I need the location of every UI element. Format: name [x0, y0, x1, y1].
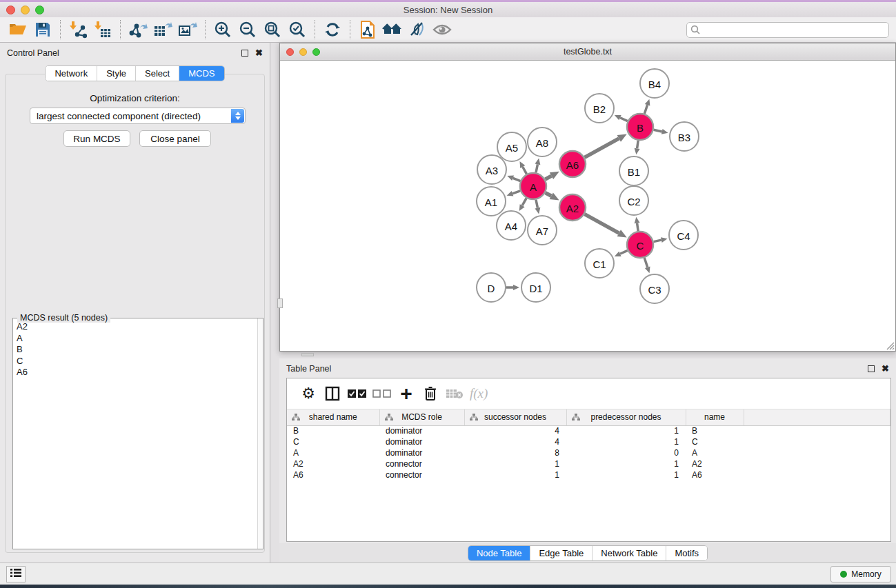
graph-edge[interactable]: [536, 200, 537, 208]
hide-graphics-details-icon[interactable]: [405, 19, 430, 41]
table-cell[interactable]: A6: [287, 469, 379, 480]
close-panel-icon[interactable]: ✖: [255, 50, 263, 57]
zoom-fit-icon[interactable]: [260, 19, 285, 41]
table-header-row[interactable]: shared name MCDS role successor nodes pr…: [287, 409, 890, 425]
table-cell[interactable]: B: [686, 425, 744, 436]
table-row[interactable]: Adominator80A: [287, 447, 890, 458]
result-scrollbar[interactable]: [257, 318, 263, 549]
graph-edge[interactable]: [545, 176, 551, 179]
column-header-mcds-role[interactable]: MCDS role: [379, 409, 464, 425]
tab-select[interactable]: Select: [136, 66, 179, 81]
table-cell[interactable]: 1: [464, 469, 566, 480]
table-cell[interactable]: A6: [686, 469, 744, 480]
eye-icon[interactable]: [430, 19, 455, 41]
table-cell[interactable]: 1: [566, 458, 686, 469]
table-cell[interactable]: 1: [464, 458, 566, 469]
zoom-selected-icon[interactable]: [285, 19, 310, 41]
graph-edge[interactable]: [523, 167, 527, 174]
table-cell[interactable]: dominator: [379, 425, 464, 436]
show-panels-button[interactable]: [6, 566, 26, 582]
column-header-shared-name[interactable]: shared name: [287, 409, 379, 425]
delete-table-icon[interactable]: [446, 383, 464, 404]
graph-edge[interactable]: [536, 164, 537, 172]
mcds-result-item[interactable]: A2: [14, 321, 257, 333]
table-cell[interactable]: 4: [464, 425, 566, 436]
tab-network[interactable]: Network: [46, 66, 97, 81]
table-cell[interactable]: 4: [464, 436, 566, 447]
graph-edge[interactable]: [546, 193, 552, 196]
zoom-in-icon[interactable]: [210, 19, 235, 41]
graph-edge[interactable]: [513, 178, 521, 181]
save-session-icon[interactable]: [30, 19, 55, 41]
import-network-icon[interactable]: [66, 19, 90, 41]
graph-edge[interactable]: [654, 240, 661, 242]
graph-edge[interactable]: [654, 130, 662, 132]
table-cell[interactable]: 0: [566, 447, 686, 458]
close-panel-button[interactable]: Close panel: [139, 130, 211, 147]
select-all-icon[interactable]: [348, 383, 366, 404]
network-from-selection-icon[interactable]: [355, 19, 380, 41]
table-cell[interactable]: C: [287, 436, 379, 447]
graph-edge[interactable]: [585, 139, 619, 157]
graph-edge[interactable]: [585, 214, 619, 233]
table-cell[interactable]: B: [287, 425, 379, 436]
memory-button[interactable]: Memory: [830, 566, 891, 582]
graph-edge[interactable]: [644, 258, 647, 267]
column-header-predecessor-nodes[interactable]: predecessor nodes: [566, 409, 686, 425]
tab-style[interactable]: Style: [97, 66, 136, 81]
graph-edge[interactable]: [620, 250, 628, 254]
mcds-result-list[interactable]: A2ABCA6: [14, 321, 257, 548]
table-cell[interactable]: C: [686, 436, 744, 447]
graph-edge[interactable]: [620, 118, 628, 121]
add-icon[interactable]: +: [397, 383, 415, 404]
zoom-out-icon[interactable]: [235, 19, 260, 41]
tab-network-table[interactable]: Network Table: [593, 546, 666, 560]
graph-edge[interactable]: [637, 223, 639, 232]
panel-grip-handle[interactable]: [277, 298, 283, 308]
tab-node-table[interactable]: Node Table: [468, 546, 531, 560]
table-cell[interactable]: 1: [566, 469, 686, 480]
refresh-icon[interactable]: [320, 19, 345, 41]
mcds-result-item[interactable]: B: [14, 344, 257, 356]
mcds-result-item[interactable]: C: [14, 356, 257, 367]
table-row[interactable]: Bdominator41B: [287, 425, 890, 436]
columns-icon[interactable]: [323, 383, 341, 404]
graph-edge[interactable]: [637, 141, 639, 149]
search-input[interactable]: [686, 22, 889, 38]
deselect-all-icon[interactable]: [372, 383, 391, 404]
trash-icon[interactable]: [421, 383, 439, 404]
table-row[interactable]: A2connector11A2: [287, 458, 890, 469]
table-cell[interactable]: 1: [566, 436, 686, 447]
column-header-name[interactable]: name: [686, 409, 744, 425]
graph-edge[interactable]: [512, 191, 520, 194]
graph-edge[interactable]: [644, 105, 647, 114]
mcds-result-item[interactable]: A6: [14, 367, 257, 378]
close-panel-icon[interactable]: ✖: [882, 365, 889, 372]
mcds-result-item[interactable]: A: [14, 333, 257, 345]
homes-icon[interactable]: [380, 19, 405, 41]
float-panel-icon[interactable]: [241, 50, 248, 57]
tab-motifs[interactable]: Motifs: [666, 546, 707, 560]
tab-edge-table[interactable]: Edge Table: [530, 546, 593, 560]
graph-edge[interactable]: [522, 198, 526, 205]
table-cell[interactable]: dominator: [379, 436, 464, 447]
criterion-select[interactable]: largest connected component (directed): [30, 108, 246, 124]
network-canvas[interactable]: B4B2BB3A8A5A6A3B1AA1C2A2A4A7C4CC1C3DD1: [280, 61, 895, 351]
table-cell[interactable]: A: [686, 447, 744, 458]
table-cell[interactable]: A2: [287, 458, 379, 469]
table-row[interactable]: A6connector11A6: [287, 469, 890, 480]
export-table-icon[interactable]: [150, 19, 175, 41]
network-graph[interactable]: B4B2BB3A8A5A6A3B1AA1C2A2A4A7C4CC1C3DD1: [280, 61, 895, 351]
table-cell[interactable]: 1: [566, 425, 686, 436]
splitter-handle[interactable]: [301, 353, 314, 356]
gear-icon[interactable]: ⚙: [299, 383, 317, 404]
function-icon[interactable]: f(x): [470, 383, 488, 404]
resize-grip-icon[interactable]: [885, 341, 895, 350]
float-panel-icon[interactable]: [868, 365, 875, 372]
table-cell[interactable]: A2: [686, 458, 744, 469]
network-window-titlebar[interactable]: testGlobe.txt: [280, 43, 895, 61]
table-cell[interactable]: dominator: [379, 447, 464, 458]
run-mcds-button[interactable]: Run MCDS: [63, 130, 130, 147]
table-cell[interactable]: connector: [379, 469, 464, 480]
export-image-icon[interactable]: [175, 19, 200, 41]
